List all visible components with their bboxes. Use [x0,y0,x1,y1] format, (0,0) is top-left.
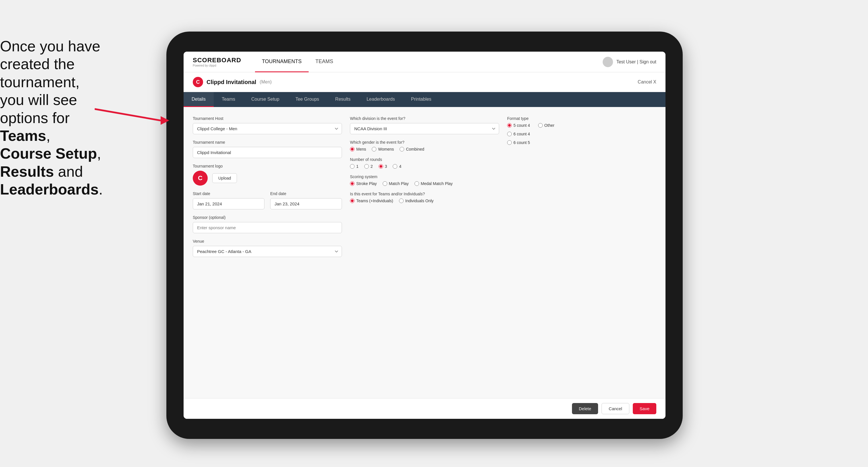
scoring-match-play[interactable]: Match Play [383,181,409,186]
scoring-match-radio[interactable] [383,181,387,186]
tab-results[interactable]: Results [327,92,359,107]
gender-womens-radio[interactable] [372,147,376,152]
division-section: Which division is the event for? NCAA Di… [350,116,499,134]
instruction-course-setup: Course Setup [0,145,97,162]
start-date-section: Start date [193,191,265,209]
format-section: Format type 5 count 4 Other [507,116,656,145]
venue-select[interactable]: Peachtree GC - Atlanta - GA [193,246,342,257]
delete-button[interactable]: Delete [572,403,598,414]
nav-item-teams[interactable]: TEAMS [309,52,340,72]
rounds-3[interactable]: 3 [379,164,387,169]
save-button[interactable]: Save [633,403,656,414]
instruction-line2: created the [0,56,74,72]
nav-item-tournaments[interactable]: TOURNAMENTS [255,52,309,72]
logo-upload-area: C Upload [193,171,342,186]
logo-title: SCOREBOARD [193,57,241,64]
cancel-button[interactable]: Cancel [601,403,629,414]
format-6count5-radio[interactable] [507,140,512,145]
tab-bar: Details Teams Course Setup Tee Groups Re… [184,92,665,107]
format-5count4[interactable]: 5 count 4 [507,123,530,128]
format-6count4-radio[interactable] [507,132,512,136]
teams-section: Is this event for Teams and/or Individua… [350,192,499,203]
gender-mens-radio[interactable] [350,147,354,152]
sponsor-label: Sponsor (optional) [193,215,342,220]
tournament-host-label: Tournament Host [193,116,342,121]
end-date-section: End date [270,191,342,209]
rounds-2[interactable]: 2 [364,164,373,169]
rounds-2-radio[interactable] [364,164,369,169]
rounds-label: Number of rounds [350,157,499,162]
format-radio-group: 5 count 4 Other 6 count 4 [507,123,656,145]
format-6count4[interactable]: 6 count 4 [507,132,656,136]
tab-details[interactable]: Details [184,92,214,107]
rounds-1-radio[interactable] [350,164,354,169]
tournament-tag: (Men) [259,80,272,85]
dates-row: Start date End date [193,191,342,209]
rounds-4[interactable]: 4 [393,164,401,169]
gender-combined-radio[interactable] [400,147,404,152]
navbar: SCOREBOARD Powered by clippd TOURNAMENTS… [184,52,665,72]
division-select[interactable]: NCAA Division III [350,123,499,134]
gender-radio-group: Mens Womens Combined [350,147,499,152]
scoring-medal-match[interactable]: Medal Match Play [414,181,453,186]
gender-section: Which gender is the event for? Mens Wome… [350,140,499,152]
user-text[interactable]: Test User | Sign out [616,59,656,65]
tournament-name-input[interactable] [193,147,342,158]
tournament-icon: C [193,77,203,87]
format-other[interactable]: Other [538,123,555,128]
teams-plus-individuals[interactable]: Teams (+Individuals) [350,198,393,203]
tournament-host-select[interactable]: Clippd College - Men [193,123,342,134]
logo-subtitle: Powered by clippd [193,64,241,67]
gender-womens[interactable]: Womens [372,147,394,152]
svg-marker-1 [161,116,169,125]
tournament-logo-section: Tournament logo C Upload [193,164,342,186]
scoring-label: Scoring system [350,175,499,179]
instruction-line1: Once you have [0,38,100,55]
format-other-radio[interactable] [538,123,543,128]
user-avatar [603,57,613,67]
gender-label: Which gender is the event for? [350,140,499,145]
tab-course-setup[interactable]: Course Setup [243,92,287,107]
teams-plus-radio[interactable] [350,198,354,203]
end-date-input[interactable] [270,198,342,209]
scoring-medal-radio[interactable] [414,181,419,186]
end-date-label: End date [270,191,342,196]
tab-teams[interactable]: Teams [214,92,243,107]
scoring-radio-group: Stroke Play Match Play Medal Match Play [350,181,499,186]
tablet-frame: SCOREBOARD Powered by clippd TOURNAMENTS… [166,32,683,439]
logo-area: SCOREBOARD Powered by clippd [193,57,241,67]
tab-tee-groups[interactable]: Tee Groups [287,92,327,107]
sponsor-input[interactable] [193,222,342,233]
start-date-label: Start date [193,191,265,196]
cancel-top-button[interactable]: Cancel X [638,80,656,85]
gender-mens[interactable]: Mens [350,147,366,152]
tablet-screen: SCOREBOARD Powered by clippd TOURNAMENTS… [184,52,665,419]
rounds-1[interactable]: 1 [350,164,359,169]
user-area: Test User | Sign out [603,57,656,67]
tournament-host-section: Tournament Host Clippd College - Men [193,116,342,134]
svg-line-0 [95,109,161,121]
format-5count4-radio[interactable] [507,123,512,128]
scoring-section: Scoring system Stroke Play Match Play [350,175,499,186]
rounds-section: Number of rounds 1 2 [350,157,499,169]
tab-leaderboards[interactable]: Leaderboards [359,92,403,107]
gender-combined[interactable]: Combined [400,147,424,152]
action-bar: Delete Cancel Save [184,398,665,419]
tournament-name-section: Tournament name [193,140,342,158]
rounds-3-radio[interactable] [379,164,383,169]
tournament-title-area: C Clippd Invitational (Men) [193,77,272,87]
sponsor-section: Sponsor (optional) [193,215,342,233]
individuals-only-radio[interactable] [399,198,404,203]
scoring-stroke-radio[interactable] [350,181,354,186]
venue-section: Venue Peachtree GC - Atlanta - GA [193,239,342,257]
upload-button[interactable]: Upload [212,173,237,183]
start-date-input[interactable] [193,198,265,209]
form-col-1: Tournament Host Clippd College - Men Tou… [193,116,342,257]
format-6count5[interactable]: 6 count 5 [507,140,656,145]
scoring-stroke-play[interactable]: Stroke Play [350,181,377,186]
rounds-4-radio[interactable] [393,164,397,169]
teams-label: Is this event for Teams and/or Individua… [350,192,499,196]
individuals-only[interactable]: Individuals Only [399,198,434,203]
rounds-radio-group: 1 2 3 4 [350,164,499,169]
tab-printables[interactable]: Printables [403,92,439,107]
